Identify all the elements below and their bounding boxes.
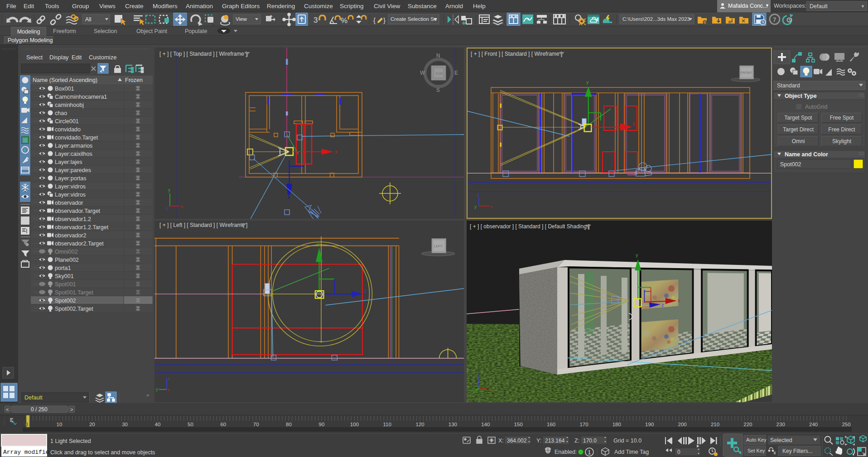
svg-text:140: 140 bbox=[481, 422, 490, 427]
svg-text:convidado: convidado bbox=[55, 126, 81, 133]
svg-text:LEFT: LEFT bbox=[434, 244, 443, 248]
svg-text:S: S bbox=[436, 87, 440, 93]
svg-text:7: 7 bbox=[773, 16, 776, 23]
svg-text:x: x bbox=[632, 120, 635, 127]
svg-text:Key Filters...: Key Filters... bbox=[782, 448, 813, 454]
svg-text:[ + ] [ observador ] [ Standar: [ + ] [ observador ] [ Standard ] [ Defa… bbox=[470, 223, 590, 230]
svg-text:C:\Users\202...3ds Max 2023: C:\Users\202...3ds Max 2023 bbox=[622, 16, 690, 22]
svg-text:Name (Sorted Ascending): Name (Sorted Ascending) bbox=[33, 77, 97, 83]
svg-text:[ + ] [ Left ] [ Standard ] [: [ + ] [ Left ] [ Standard ] [ Wireframe … bbox=[159, 222, 247, 228]
svg-text:FRONT: FRONT bbox=[741, 71, 752, 75]
svg-text:Select: Select bbox=[26, 54, 43, 61]
svg-text:observador1.2: observador1.2 bbox=[55, 216, 91, 222]
svg-text:z: z bbox=[661, 302, 664, 308]
svg-text:230: 230 bbox=[776, 422, 785, 427]
svg-text:Z:: Z: bbox=[574, 438, 579, 444]
svg-text:364.002: 364.002 bbox=[507, 438, 527, 444]
svg-text:10: 10 bbox=[57, 422, 63, 427]
svg-text:Enabled:: Enabled: bbox=[555, 449, 577, 455]
svg-text:y: y bbox=[474, 204, 477, 209]
svg-text:Layer:paredes: Layer:paredes bbox=[55, 167, 91, 173]
svg-text:N: N bbox=[436, 53, 440, 59]
svg-text:Plane002: Plane002 bbox=[55, 257, 79, 263]
svg-text:Layer:armarios: Layer:armarios bbox=[55, 143, 92, 149]
svg-text:30: 30 bbox=[122, 422, 128, 427]
svg-text:caminhoobj: caminhoobj bbox=[55, 102, 84, 108]
svg-text:observador: observador bbox=[55, 200, 83, 206]
svg-text:120: 120 bbox=[416, 422, 424, 427]
svg-text:Y:: Y: bbox=[536, 438, 541, 444]
svg-text:Layer:vidros: Layer:vidros bbox=[55, 183, 86, 190]
svg-text:200: 200 bbox=[678, 422, 687, 427]
svg-text:170.0: 170.0 bbox=[583, 438, 597, 444]
svg-text:Spot001.Target: Spot001.Target bbox=[55, 289, 93, 296]
svg-text:Add Time Tag: Add Time Tag bbox=[614, 449, 649, 455]
svg-text:90: 90 bbox=[319, 422, 325, 427]
svg-text:E: E bbox=[454, 70, 458, 76]
svg-text:Circle001: Circle001 bbox=[55, 118, 79, 125]
svg-text:Frozen: Frozen bbox=[125, 77, 143, 83]
svg-text:z: z bbox=[477, 371, 479, 376]
svg-text:Object Type: Object Type bbox=[785, 93, 817, 99]
svg-text:50: 50 bbox=[188, 422, 193, 427]
svg-text:»: » bbox=[146, 392, 149, 398]
svg-text:observador1.2.Target: observador1.2.Target bbox=[55, 224, 109, 231]
svg-text:TOP: TOP bbox=[435, 72, 443, 76]
svg-text:Layer:portas: Layer:portas bbox=[55, 175, 86, 182]
svg-text:chao: chao bbox=[55, 110, 67, 116]
svg-text:Array modifie: Array modifie bbox=[3, 449, 49, 456]
svg-text:1 Light Selected: 1 Light Selected bbox=[50, 438, 91, 444]
svg-text:[ + ] [ Front ] [ Standard ] [: [ + ] [ Front ] [ Standard ] [ Wireframe… bbox=[471, 51, 562, 57]
svg-text:Omni002: Omni002 bbox=[55, 249, 78, 255]
svg-text:x: x bbox=[181, 204, 183, 209]
svg-text:>: > bbox=[70, 407, 73, 412]
svg-text:<: < bbox=[6, 407, 9, 412]
svg-text:70: 70 bbox=[253, 422, 259, 427]
svg-text:20: 20 bbox=[89, 422, 95, 427]
svg-text:%: % bbox=[341, 16, 347, 25]
svg-text:0 / 250: 0 / 250 bbox=[31, 406, 48, 413]
svg-text:Sky001: Sky001 bbox=[55, 273, 74, 279]
svg-text:180: 180 bbox=[612, 422, 621, 427]
svg-text:All: All bbox=[85, 16, 91, 23]
svg-text:X:: X: bbox=[498, 438, 504, 444]
svg-text:y: y bbox=[317, 241, 320, 246]
svg-text:convidado.Target: convidado.Target bbox=[55, 135, 98, 141]
svg-text:x: x bbox=[335, 149, 338, 155]
svg-text:220: 220 bbox=[743, 422, 752, 427]
svg-text:60: 60 bbox=[220, 422, 226, 427]
svg-text:z: z bbox=[477, 192, 479, 197]
svg-text:1: 1 bbox=[588, 449, 591, 456]
svg-text:Spot002: Spot002 bbox=[780, 161, 801, 168]
svg-text:observador2: observador2 bbox=[55, 232, 87, 239]
svg-text:0: 0 bbox=[677, 449, 680, 455]
svg-text:Name and Color: Name and Color bbox=[785, 151, 828, 158]
svg-text:y: y bbox=[586, 79, 589, 85]
svg-text:100: 100 bbox=[350, 422, 359, 427]
svg-text:240: 240 bbox=[809, 422, 818, 427]
svg-text:160: 160 bbox=[547, 422, 555, 427]
svg-text:Create Selection Se: Create Selection Se bbox=[391, 16, 437, 22]
svg-text:AutoGrid: AutoGrid bbox=[805, 104, 827, 110]
svg-text:porta1: porta1 bbox=[55, 265, 71, 271]
svg-text:}: } bbox=[383, 16, 386, 24]
svg-text:observador2.Target: observador2.Target bbox=[55, 241, 104, 247]
svg-text:z: z bbox=[168, 376, 170, 381]
svg-text:x: x bbox=[489, 388, 491, 393]
svg-text:y: y bbox=[636, 252, 638, 258]
svg-text:Layer:vidros: Layer:vidros bbox=[55, 192, 86, 198]
svg-text:{: { bbox=[373, 16, 376, 24]
svg-text:W: W bbox=[420, 70, 425, 76]
svg-text:Layer:caixilhos: Layer:caixilhos bbox=[55, 151, 92, 157]
svg-text:170: 170 bbox=[579, 422, 588, 427]
svg-text:Standard: Standard bbox=[777, 82, 800, 89]
svg-text:Grid = 10.0: Grid = 10.0 bbox=[613, 438, 641, 444]
svg-text:Display: Display bbox=[49, 54, 69, 61]
svg-text:Auto Key: Auto Key bbox=[746, 437, 767, 443]
svg-text:z: z bbox=[166, 206, 168, 211]
svg-text:[ + ] [ Top ] [ Standard ] [ W: [ + ] [ Top ] [ Standard ] [ Wireframe ] bbox=[159, 51, 247, 57]
svg-text:80: 80 bbox=[286, 422, 292, 427]
svg-text:y: y bbox=[473, 389, 475, 394]
svg-text:x: x bbox=[168, 387, 170, 392]
svg-text:190: 190 bbox=[645, 422, 654, 427]
